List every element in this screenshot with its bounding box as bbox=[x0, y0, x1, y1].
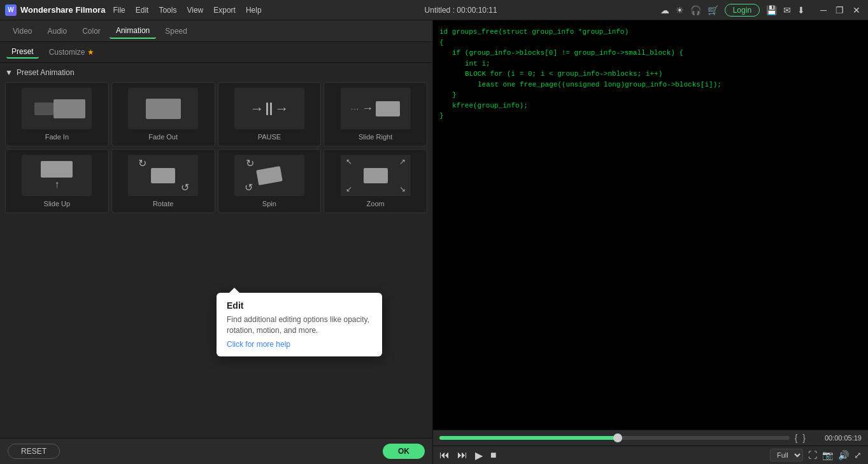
sub-tabs: Preset Customize ★ bbox=[0, 42, 432, 63]
close-button[interactable]: ✕ bbox=[850, 5, 863, 15]
preset-grid: Fade In Fade Out → bbox=[5, 82, 427, 213]
preset-label-spin: Spin bbox=[262, 200, 276, 207]
window-controls: ─ ❐ ✕ bbox=[818, 5, 863, 15]
preset-section: ▼ Preset Animation Fade In F bbox=[0, 63, 432, 438]
tooltip-body: Find additional editing options like opa… bbox=[227, 314, 372, 336]
titlebar-right: ☁ ☀ 🎧 🛒 Login 💾 ✉ ⬇ ─ ❐ ✕ bbox=[660, 4, 863, 17]
project-title: Untitled : 00:00:10:11 bbox=[425, 6, 497, 15]
preset-item-slide-right[interactable]: ··· → Slide Right bbox=[324, 82, 427, 146]
time-display: 00:00:05:19 bbox=[811, 434, 862, 442]
app-name: Wondershare Filmora bbox=[20, 5, 105, 15]
tab-color[interactable]: Color bbox=[76, 24, 107, 38]
app-icon: W bbox=[5, 4, 17, 16]
progress-thumb[interactable] bbox=[613, 433, 622, 442]
preset-item-spin[interactable]: ↻ ↺ Spin bbox=[218, 149, 322, 213]
preset-label-fade-in: Fade In bbox=[45, 133, 69, 141]
reset-button[interactable]: RESET bbox=[8, 444, 60, 459]
quality-select[interactable]: Full 1/2 1/4 bbox=[770, 449, 803, 461]
preset-thumb-spin: ↻ ↺ bbox=[234, 155, 304, 196]
cloud-icon[interactable]: ☁ bbox=[660, 5, 669, 15]
titlebar-left: W Wondershare Filmora File Edit Tools Vi… bbox=[5, 4, 262, 16]
bracket-left: { bbox=[795, 433, 798, 443]
preset-thumb-zoom: ↖ ↗ ↙ ↘ bbox=[341, 155, 411, 196]
preset-thumb-fade-out bbox=[128, 88, 198, 129]
preset-item-zoom[interactable]: ↖ ↗ ↙ ↘ Zoom bbox=[324, 149, 427, 213]
menu-help[interactable]: Help bbox=[246, 6, 262, 15]
preset-thumb-slide-up: ↑ bbox=[22, 155, 92, 196]
preset-label-fade-out: Fade Out bbox=[148, 133, 178, 141]
preset-label-rotate: Rotate bbox=[153, 200, 173, 207]
minimize-button[interactable]: ─ bbox=[818, 5, 829, 15]
right-panel: id groups_free(struct group_info *group_… bbox=[433, 20, 868, 464]
mail-icon[interactable]: ✉ bbox=[783, 5, 791, 15]
preset-section-title: Preset Animation bbox=[17, 68, 75, 77]
preset-thumb-pause: → → bbox=[234, 88, 304, 129]
bottom-buttons: RESET OK bbox=[0, 438, 432, 464]
tooltip-title: Edit bbox=[227, 300, 372, 311]
expand-icon[interactable]: ⤢ bbox=[854, 450, 862, 460]
preset-label-zoom: Zoom bbox=[367, 200, 385, 207]
preset-item-pause[interactable]: → → PAUSE bbox=[218, 82, 322, 146]
progress-track[interactable] bbox=[439, 436, 790, 440]
tab-animation[interactable]: Animation bbox=[110, 24, 156, 39]
save-icon[interactable]: 💾 bbox=[766, 5, 777, 15]
preview-area: id groups_free(struct group_info *group_… bbox=[433, 20, 868, 430]
crown-icon: ★ bbox=[87, 48, 94, 57]
title-center: Untitled : 00:00:10:11 bbox=[425, 6, 497, 15]
preview-screen: id groups_free(struct group_info *group_… bbox=[433, 20, 868, 430]
menu-tools[interactable]: Tools bbox=[159, 6, 176, 15]
preset-thumb-rotate: ↻ ↺ bbox=[128, 155, 198, 196]
screenshot-icon[interactable]: 📷 bbox=[822, 450, 833, 460]
left-panel: Video Audio Color Animation Speed Preset… bbox=[0, 20, 433, 464]
preset-label-pause: PAUSE bbox=[258, 133, 281, 141]
skip-start-button[interactable]: ⏮ bbox=[439, 449, 450, 461]
edit-tooltip: Edit Find additional editing options lik… bbox=[217, 293, 382, 356]
preset-label-slide-up: Slide Up bbox=[44, 200, 71, 207]
preset-item-fade-in[interactable]: Fade In bbox=[5, 82, 109, 146]
menu-view[interactable]: View bbox=[187, 6, 203, 15]
preset-thumb-fade-in bbox=[22, 88, 92, 129]
menu-bar: File Edit Tools View Export Help bbox=[113, 6, 261, 15]
cart-icon[interactable]: 🛒 bbox=[708, 5, 718, 15]
step-back-button[interactable]: ⏭ bbox=[457, 449, 467, 461]
volume-icon[interactable]: 🔊 bbox=[838, 450, 849, 460]
preset-item-rotate[interactable]: ↻ ↺ Rotate bbox=[111, 149, 215, 213]
tab-bar: Video Audio Color Animation Speed bbox=[0, 20, 432, 42]
fullscreen-icon[interactable]: ⛶ bbox=[808, 450, 817, 460]
download-icon[interactable]: ⬇ bbox=[797, 5, 805, 15]
main-content: Video Audio Color Animation Speed Preset… bbox=[0, 20, 868, 464]
tab-audio[interactable]: Audio bbox=[41, 24, 73, 38]
sun-icon[interactable]: ☀ bbox=[676, 5, 684, 15]
sub-tab-customize[interactable]: Customize ★ bbox=[44, 46, 99, 58]
transport-controls: ⏮ ⏭ ▶ ■ bbox=[439, 449, 497, 461]
preset-label-slide-right: Slide Right bbox=[359, 133, 392, 141]
tab-speed[interactable]: Speed bbox=[159, 24, 194, 38]
progress-fill bbox=[439, 436, 618, 440]
preset-item-fade-out[interactable]: Fade Out bbox=[111, 82, 215, 146]
login-button[interactable]: Login bbox=[725, 4, 760, 17]
sub-tab-preset[interactable]: Preset bbox=[6, 46, 39, 59]
headset-icon[interactable]: 🎧 bbox=[690, 5, 701, 15]
chevron-down-icon: ▼ bbox=[5, 68, 13, 77]
titlebar: W Wondershare Filmora File Edit Tools Vi… bbox=[0, 0, 868, 20]
bracket-right: } bbox=[802, 433, 806, 443]
tab-video[interactable]: Video bbox=[6, 24, 38, 38]
play-button[interactable]: ▶ bbox=[475, 449, 483, 461]
tooltip-link[interactable]: Click for more help bbox=[227, 340, 290, 349]
restore-button[interactable]: ❐ bbox=[833, 5, 846, 15]
transport-bar: ⏮ ⏭ ▶ ■ Full 1/2 1/4 ⛶ 📷 🔊 ⤢ bbox=[433, 446, 868, 464]
preset-thumb-slide-right: ··· → bbox=[341, 88, 411, 129]
menu-export[interactable]: Export bbox=[213, 6, 236, 15]
preset-item-slide-up[interactable]: ↑ Slide Up bbox=[5, 149, 109, 213]
preset-header[interactable]: ▼ Preset Animation bbox=[5, 68, 427, 77]
playback-bar: { } 00:00:05:19 bbox=[433, 430, 868, 446]
transport-right: Full 1/2 1/4 ⛶ 📷 🔊 ⤢ bbox=[770, 449, 862, 461]
menu-file[interactable]: File bbox=[113, 6, 125, 15]
stop-button[interactable]: ■ bbox=[490, 449, 497, 461]
app-logo: W Wondershare Filmora bbox=[5, 4, 105, 16]
ok-button[interactable]: OK bbox=[383, 444, 425, 459]
menu-edit[interactable]: Edit bbox=[136, 6, 149, 15]
